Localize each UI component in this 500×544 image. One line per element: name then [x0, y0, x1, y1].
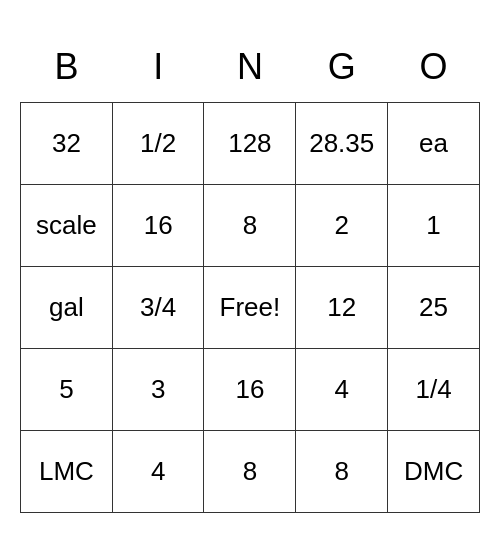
cell-1-1: 16 — [112, 185, 204, 267]
row-2: gal3/4Free!1225 — [21, 267, 480, 349]
header-i: I — [112, 31, 204, 103]
header-o: O — [388, 31, 480, 103]
header-b: B — [21, 31, 113, 103]
bingo-card: BINGO 321/212828.35eascale16821gal3/4Fre… — [20, 31, 480, 514]
cell-1-2: 8 — [204, 185, 296, 267]
cell-2-3: 12 — [296, 267, 388, 349]
cell-4-1: 4 — [112, 431, 204, 513]
cell-3-4: 1/4 — [388, 349, 480, 431]
cell-2-0: gal — [21, 267, 113, 349]
cell-0-1: 1/2 — [112, 103, 204, 185]
row-0: 321/212828.35ea — [21, 103, 480, 185]
cell-1-4: 1 — [388, 185, 480, 267]
cell-0-3: 28.35 — [296, 103, 388, 185]
row-4: LMC488DMC — [21, 431, 480, 513]
cell-2-4: 25 — [388, 267, 480, 349]
row-3: 531641/4 — [21, 349, 480, 431]
cell-3-3: 4 — [296, 349, 388, 431]
cell-3-1: 3 — [112, 349, 204, 431]
cell-2-1: 3/4 — [112, 267, 204, 349]
cell-4-4: DMC — [388, 431, 480, 513]
cell-0-2: 128 — [204, 103, 296, 185]
cell-4-0: LMC — [21, 431, 113, 513]
cell-4-2: 8 — [204, 431, 296, 513]
header-n: N — [204, 31, 296, 103]
cell-3-0: 5 — [21, 349, 113, 431]
header-g: G — [296, 31, 388, 103]
cell-0-0: 32 — [21, 103, 113, 185]
row-1: scale16821 — [21, 185, 480, 267]
header-row: BINGO — [21, 31, 480, 103]
cell-1-0: scale — [21, 185, 113, 267]
cell-1-3: 2 — [296, 185, 388, 267]
cell-2-2: Free! — [204, 267, 296, 349]
cell-0-4: ea — [388, 103, 480, 185]
cell-3-2: 16 — [204, 349, 296, 431]
cell-4-3: 8 — [296, 431, 388, 513]
